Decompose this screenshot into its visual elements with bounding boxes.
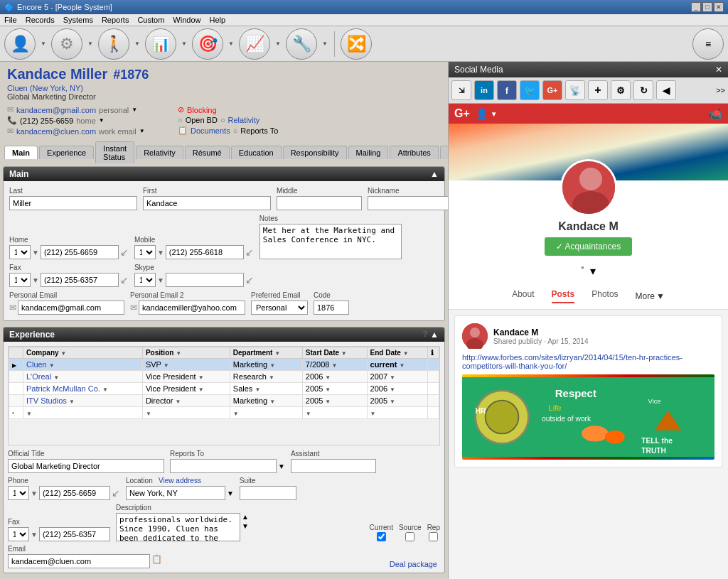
company-link-0[interactable]: Cluen xyxy=(26,360,47,369)
exp-phone-cc-arrow[interactable]: ▼ xyxy=(31,489,38,497)
company-link-3[interactable]: ITV Studios xyxy=(26,396,67,405)
company-link-2[interactable]: Patrick McMullan Co. xyxy=(26,384,100,393)
fax-icon[interactable]: ↙ xyxy=(120,274,129,286)
personal-email-input[interactable] xyxy=(18,301,124,315)
description-scroll-up[interactable]: ▲ xyxy=(242,513,249,521)
menu-window[interactable]: Window xyxy=(173,16,200,24)
email-work-dropdown[interactable]: ▼ xyxy=(139,128,145,134)
reports-dropdown[interactable]: ▼ xyxy=(181,28,188,60)
suite-input[interactable] xyxy=(240,486,296,500)
tools-dropdown[interactable]: ▼ xyxy=(321,28,328,60)
exp-fax-cc-arrow[interactable]: ▼ xyxy=(31,531,38,539)
documents-label[interactable]: Documents xyxy=(191,126,230,135)
mobile-phone-icon[interactable]: ↙ xyxy=(245,247,254,258)
nav-dropdown[interactable]: ▼ xyxy=(134,28,141,60)
last-input[interactable] xyxy=(9,196,137,210)
home-cc-arrow[interactable]: ▼ xyxy=(32,249,39,256)
skype-input[interactable] xyxy=(166,273,244,287)
exp-phone-input[interactable] xyxy=(39,486,110,500)
tab-mailing[interactable]: Mailing xyxy=(348,146,389,159)
home-cc-select[interactable]: 1 xyxy=(9,245,31,259)
systems-button[interactable]: ⚙ xyxy=(51,28,82,60)
sync-button[interactable]: 🔀 xyxy=(341,28,372,60)
middle-input[interactable] xyxy=(277,196,362,210)
social-expand-btn[interactable]: ⇲ xyxy=(451,80,471,100)
table-row-new[interactable]: * ▼ ▼ ▼ ▼ ▼ xyxy=(9,407,439,419)
experience-info-btn[interactable]: ? xyxy=(422,330,427,340)
linkedin-btn[interactable]: in xyxy=(474,80,494,100)
exp-phone-icon[interactable]: ↙ xyxy=(112,487,120,499)
target-button[interactable]: 🎯 xyxy=(192,28,223,60)
maximize-button[interactable]: □ xyxy=(702,2,712,12)
fax-cc-select[interactable]: 1 xyxy=(9,273,31,287)
location-dropdown[interactable]: ▼ xyxy=(227,489,234,497)
tab-attributes[interactable]: Attributes xyxy=(390,146,438,159)
view-address-link[interactable]: View address xyxy=(159,477,201,485)
skype-cc-select[interactable]: 1 xyxy=(134,273,156,287)
experience-collapse-btn[interactable]: ▲ xyxy=(430,330,439,340)
email-work-link[interactable]: kandacem@cluen.com xyxy=(16,127,96,136)
tools-button[interactable]: 🔧 xyxy=(286,28,317,60)
tab-experience[interactable]: Experience xyxy=(39,146,94,159)
relativity-radio[interactable]: ○ xyxy=(220,116,225,124)
nav-more[interactable]: More ▼ xyxy=(636,289,665,303)
email-copy-icon[interactable]: 📋 xyxy=(151,554,162,568)
preferred-email-select[interactable]: Personal xyxy=(251,301,308,315)
table-row[interactable]: L'Oreal ▼ Vice President ▼ Research ▼ 20… xyxy=(9,371,439,383)
acquaintances-button[interactable]: ✓ Acquaintances xyxy=(545,237,632,256)
description-scroll-down[interactable]: ▼ xyxy=(242,522,249,530)
menu-help[interactable]: Help xyxy=(209,16,225,24)
open-bd-radio[interactable]: ○ xyxy=(178,116,183,124)
people-button[interactable]: 👤 xyxy=(4,28,36,60)
menu-systems[interactable]: Systems xyxy=(63,16,93,24)
deal-package-link[interactable]: Deal package xyxy=(390,560,437,568)
reports-to-input[interactable] xyxy=(170,459,277,473)
twitter-btn[interactable]: 🐦 xyxy=(520,80,540,100)
reports-to-radio[interactable]: ○ xyxy=(233,126,238,135)
skype-cc-arrow[interactable]: ▼ xyxy=(157,276,164,284)
expand-profile-icon[interactable]: ▾ xyxy=(590,264,596,278)
back-btn[interactable]: ◀ xyxy=(656,80,676,100)
settings-btn[interactable]: ⚙ xyxy=(611,80,631,100)
description-textarea[interactable]: professionals worldwide. Since 1990, Clu… xyxy=(116,513,240,541)
menu-reports[interactable]: Reports xyxy=(102,16,129,24)
fax-cc-arrow[interactable]: ▼ xyxy=(32,276,39,284)
nav-button[interactable]: 🚶 xyxy=(98,28,129,60)
exp-fax-cc[interactable]: 1 xyxy=(8,527,29,541)
rss-btn[interactable]: 📡 xyxy=(565,80,585,100)
people-dropdown[interactable]: ▼ xyxy=(40,28,47,60)
tab-comp[interactable]: Comp xyxy=(440,146,448,159)
mobile-cc-select[interactable]: 1 xyxy=(134,245,156,259)
nav-about[interactable]: About xyxy=(512,289,534,303)
official-title-input[interactable] xyxy=(8,459,164,473)
email-input[interactable] xyxy=(8,554,150,568)
tab-relativity[interactable]: Relativity xyxy=(136,146,183,159)
main-collapse-btn[interactable]: ▲ xyxy=(430,169,439,179)
nav-posts[interactable]: Posts xyxy=(552,289,575,303)
assistant-input[interactable] xyxy=(291,459,376,473)
target-dropdown[interactable]: ▼ xyxy=(228,28,235,60)
home-phone-input[interactable] xyxy=(41,245,119,259)
relativity-label[interactable]: Relativity xyxy=(228,116,260,124)
menu-file[interactable]: File xyxy=(4,16,17,24)
social-more-btn[interactable]: >> xyxy=(716,86,725,94)
nav-photos[interactable]: Photos xyxy=(592,289,618,303)
rep-checkbox[interactable] xyxy=(429,532,438,541)
code-input[interactable] xyxy=(314,301,349,315)
close-button[interactable]: ✕ xyxy=(714,2,724,12)
table-row[interactable]: Patrick McMullan Co. ▼ Vice President ▼ … xyxy=(9,383,439,395)
tab-resume[interactable]: Résumé xyxy=(185,146,230,159)
company-link-1[interactable]: L'Oreal xyxy=(26,372,51,381)
charts-dropdown[interactable]: ▼ xyxy=(274,28,282,60)
user-dropdown[interactable]: ▼ xyxy=(491,110,498,118)
first-input[interactable] xyxy=(143,196,271,210)
location-input[interactable] xyxy=(126,486,225,500)
nickname-input[interactable] xyxy=(368,196,448,210)
notes-textarea[interactable]: Met her at the Marketing and Sales Confe… xyxy=(259,224,402,259)
exp-fax-input[interactable] xyxy=(39,527,110,541)
mobile-phone-input[interactable] xyxy=(166,245,244,259)
tab-responsibility[interactable]: Responsibility xyxy=(283,146,347,159)
scroll-button[interactable]: ≡ xyxy=(692,28,724,60)
charts-button[interactable]: 📈 xyxy=(239,28,270,60)
post-text[interactable]: http://www.forbes.com/sites/lizryan/2014… xyxy=(462,353,714,370)
